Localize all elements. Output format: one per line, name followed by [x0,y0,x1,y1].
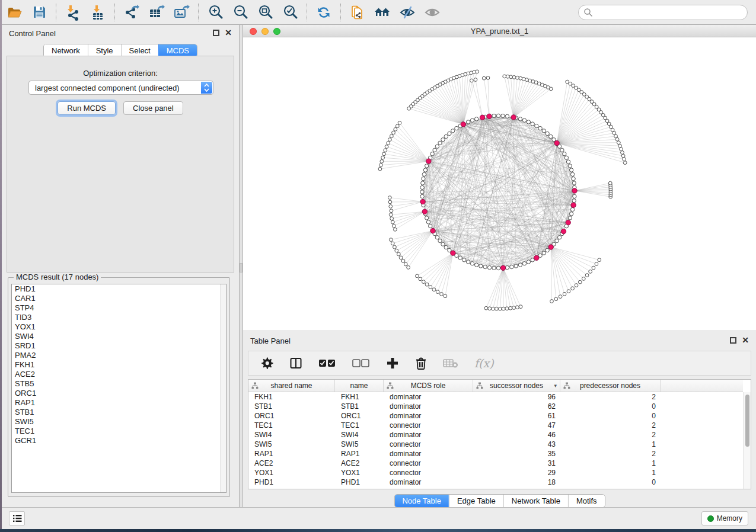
cell-MCDS-role[interactable]: dominator [384,430,473,440]
network-node[interactable] [470,262,474,265]
network-node[interactable] [522,118,526,122]
table-settings-button[interactable] [260,355,273,371]
network-leaf-node[interactable] [502,307,505,310]
mcds-result-item[interactable]: ACE2 [12,370,226,379]
network-node[interactable] [420,190,424,194]
tab-edge-table[interactable]: Edge Table [449,495,503,507]
mcds-result-item[interactable]: TEC1 [12,427,226,436]
mcds-hub-node[interactable] [534,255,539,260]
network-leaf-node[interactable] [617,141,620,145]
network-node[interactable] [527,260,530,264]
network-leaf-node[interactable] [388,138,392,142]
network-node[interactable] [426,220,430,224]
mcds-hub-node[interactable] [426,159,431,164]
mcds-result-item[interactable]: PMA2 [12,351,226,360]
clone-network-button[interactable] [347,3,368,22]
table-row[interactable]: RAP1RAP1dominator352 [248,449,743,459]
network-leaf-node[interactable] [388,200,392,204]
network-node[interactable] [557,236,561,239]
table-row[interactable]: ACE2ACE2connector311 [248,459,743,468]
criterion-dropdown[interactable]: largest connected component (undirected) [28,81,213,95]
tab-motifs[interactable]: Motifs [568,495,605,507]
export-table-button[interactable] [146,3,167,22]
network-leaf-node[interactable] [380,160,384,164]
mcds-hub-node[interactable] [430,228,435,233]
network-node[interactable] [474,117,478,121]
cell-MCDS-role[interactable]: dominator [384,392,473,402]
network-leaf-node[interactable] [503,75,506,78]
network-leaf-node[interactable] [392,224,395,227]
network-node[interactable] [514,264,518,268]
network-leaf-node[interactable] [399,256,403,259]
deselect-all-button[interactable] [352,355,370,371]
network-leaf-node[interactable] [615,137,619,141]
network-leaf-node[interactable] [592,266,595,270]
cell-name[interactable]: TEC1 [335,421,384,430]
cell-predecessor-nodes[interactable]: 0 [560,411,661,421]
cell-MCDS-role[interactable]: dominator [384,449,473,459]
mcds-result-item[interactable]: TID3 [12,313,226,322]
close-panel-icon[interactable]: ✕ [742,335,749,345]
cell-name[interactable]: YOX1 [335,468,384,477]
cell-shared-name[interactable]: YOX1 [248,468,335,477]
save-session-button[interactable] [29,3,49,22]
mcds-list-scrollbar[interactable] [220,284,226,492]
network-leaf-node[interactable] [522,77,525,81]
network-leaf-node[interactable] [571,287,575,290]
network-leaf-node[interactable] [525,78,529,82]
cell-name[interactable]: ACE2 [335,459,384,468]
network-leaf-node[interactable] [516,306,519,309]
network-node[interactable] [441,138,445,142]
network-node[interactable] [522,262,526,265]
network-leaf-node[interactable] [388,196,392,200]
network-node[interactable] [438,239,442,242]
network-leaf-node[interactable] [395,249,398,252]
mcds-hub-node[interactable] [554,140,559,145]
delete-column-button[interactable] [415,355,427,371]
network-node[interactable] [420,194,424,198]
cell-name[interactable]: SWI5 [335,440,384,449]
mcds-result-item[interactable]: GCR1 [12,436,226,446]
network-leaf-node[interactable] [482,76,486,80]
network-node[interactable] [423,168,427,172]
cell-predecessor-nodes[interactable]: 2 [560,392,661,402]
export-image-button[interactable] [171,3,192,22]
network-leaf-node[interactable] [512,76,516,79]
cell-shared-name[interactable]: SWI4 [248,430,335,440]
network-node[interactable] [435,145,439,148]
network-leaf-node[interactable] [391,220,394,224]
network-leaf-node[interactable] [620,148,623,151]
network-leaf-node[interactable] [379,164,382,167]
mcds-result-item[interactable]: ORC1 [12,389,226,398]
cell-shared-name[interactable]: SWI5 [248,440,335,449]
network-leaf-node[interactable] [422,280,425,284]
network-leaf-node[interactable] [519,305,522,309]
network-leaf-node[interactable] [401,259,405,263]
network-leaf-node[interactable] [623,158,626,161]
cell-predecessor-nodes[interactable]: 1 [560,440,661,449]
network-canvas[interactable] [243,37,756,330]
network-node[interactable] [466,120,470,124]
network-leaf-node[interactable] [407,107,411,110]
network-node[interactable] [546,132,549,135]
network-leaf-node[interactable] [623,161,627,165]
float-panel-icon[interactable] [730,337,736,344]
apply-layout-button[interactable] [314,3,334,22]
network-node[interactable] [421,181,425,185]
cell-name[interactable]: PHD1 [335,477,384,487]
network-leaf-node[interactable] [512,306,516,310]
network-node[interactable] [458,256,462,259]
table-row[interactable]: PHD1PHD1dominator180 [248,477,743,487]
network-node[interactable] [422,177,425,180]
network-node[interactable] [555,239,559,242]
network-leaf-node[interactable] [397,252,400,256]
network-node[interactable] [518,117,522,121]
network-leaf-node[interactable] [390,134,393,138]
network-leaf-node[interactable] [621,154,625,158]
cell-successor-nodes[interactable]: 29 [473,468,560,477]
mcds-result-item[interactable]: RAP1 [12,398,226,408]
table-row[interactable]: SWI5SWI5connector431 [248,440,743,449]
network-node[interactable] [444,134,448,138]
network-leaf-node[interactable] [595,262,598,266]
network-leaf-node[interactable] [436,290,439,294]
